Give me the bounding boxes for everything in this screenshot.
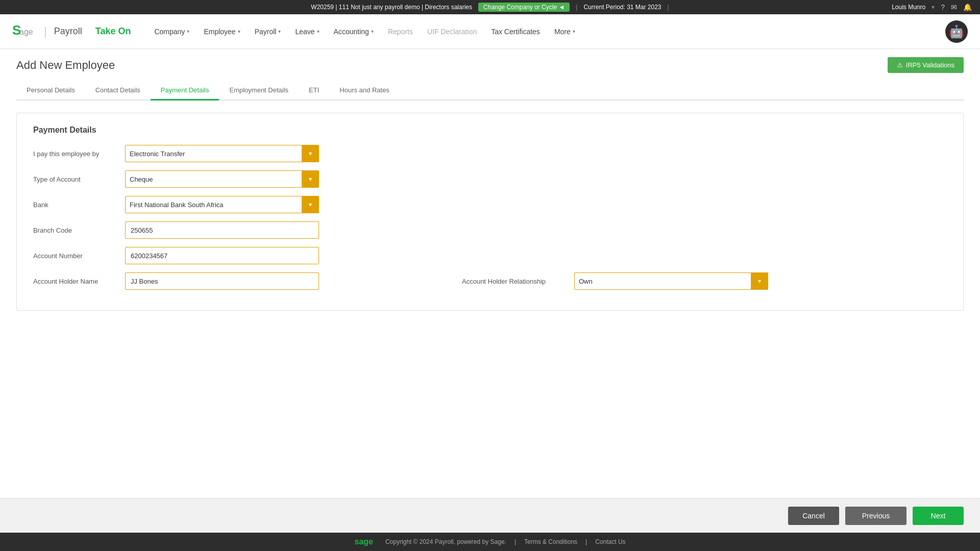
tab-hours-and-rates[interactable]: Hours and Rates	[329, 81, 400, 101]
irp5-validations-button[interactable]: ⚠ IRP5 Validations	[888, 57, 964, 73]
contact-us-link[interactable]: Contact Us	[595, 538, 625, 545]
current-period: Current Period: 31 Mar 2023	[583, 4, 661, 11]
nav-uif: UIF Declaration	[420, 23, 484, 40]
payment-method-label: I pay this employee by	[33, 150, 125, 158]
nav-right: 🤖	[945, 20, 968, 43]
tab-eti[interactable]: ETI	[299, 81, 329, 101]
help-icon[interactable]: ?	[941, 3, 945, 11]
nav-accounting[interactable]: Accounting ▾	[327, 23, 381, 40]
bell-icon[interactable]: 🔔	[963, 3, 972, 11]
tab-employment-details[interactable]: Employment Details	[219, 81, 299, 101]
bank-select-wrapper: First National Bank South Africa ABSA St…	[125, 196, 319, 213]
tab-personal-details[interactable]: Personal Details	[16, 81, 85, 101]
account-type-label: Type of Account	[33, 176, 125, 183]
bank-label: Bank	[33, 201, 125, 209]
page-header: Add New Employee ⚠ IRP5 Validations Pers…	[0, 49, 980, 101]
top-bar-right: Louis Munro ▾ ? ✉ 🔔	[892, 3, 972, 11]
nav-tax-certificates[interactable]: Tax Certificates	[484, 23, 547, 40]
next-button[interactable]: Next	[913, 507, 964, 525]
account-holder-name-label: Account Holder Name	[33, 278, 125, 285]
accounting-chevron-icon: ▾	[371, 29, 374, 34]
separator2: |	[668, 4, 669, 11]
payment-method-row: I pay this employee by Electronic Transf…	[33, 145, 947, 162]
bank-select[interactable]: First National Bank South Africa ABSA St…	[125, 196, 319, 213]
user-name[interactable]: Louis Munro	[892, 4, 925, 11]
cancel-button[interactable]: Cancel	[788, 507, 839, 525]
page-title-row: Add New Employee ⚠ IRP5 Validations	[16, 57, 964, 73]
footer-separator1: |	[514, 538, 516, 545]
form-section-title: Payment Details	[33, 126, 947, 135]
branch-code-row: Branch Code	[33, 221, 947, 239]
nav-company[interactable]: Company ▾	[147, 23, 197, 40]
account-number-input[interactable]	[125, 247, 319, 264]
top-bar: W20259 | 111 Not just any payroll demo |…	[0, 0, 980, 14]
account-holder-row: Account Holder Name Account Holder Relat…	[33, 272, 947, 290]
logo-section: S age | Payroll Take On	[12, 22, 131, 40]
employee-chevron-icon: ▾	[238, 29, 240, 34]
warning-icon: ⚠	[897, 61, 903, 69]
page-content: Add New Employee ⚠ IRP5 Validations Pers…	[0, 49, 980, 498]
account-type-select-wrapper: Cheque Savings Current ▾	[125, 170, 319, 188]
avatar-button[interactable]: 🤖	[945, 20, 968, 43]
bank-row: Bank First National Bank South Africa AB…	[33, 196, 947, 213]
more-chevron-icon: ▾	[573, 29, 575, 34]
nav-reports: Reports	[381, 23, 420, 40]
logo-takeon-text: Take On	[95, 26, 131, 37]
main-nav: Company ▾ Employee ▾ Payroll ▾ Leave ▾ A…	[147, 23, 945, 40]
terms-conditions-link[interactable]: Terms & Conditions	[524, 538, 577, 545]
top-bar-info: W20259 | 111 Not just any payroll demo |…	[311, 4, 472, 11]
leave-chevron-icon: ▾	[317, 29, 320, 34]
account-holder-relationship-select[interactable]: Own Spouse Child Other	[574, 272, 768, 290]
nav-more[interactable]: More ▾	[547, 23, 582, 40]
logo-payroll-text: Payroll	[54, 26, 82, 37]
company-chevron-icon: ▾	[187, 29, 189, 34]
nav-leave[interactable]: Leave ▾	[288, 23, 326, 40]
footer-copyright: Copyright © 2024 Payroll, powered by Sag…	[385, 538, 506, 545]
account-number-row: Account Number	[33, 247, 947, 264]
footer-separator2: |	[585, 538, 587, 545]
nav-bar: S age | Payroll Take On Company ▾ Employ…	[0, 14, 980, 49]
svg-text:age: age	[19, 28, 33, 36]
nav-payroll[interactable]: Payroll ▾	[248, 23, 288, 40]
previous-button[interactable]: Previous	[845, 507, 906, 525]
bottom-footer: sage Copyright © 2024 Payroll, powered b…	[0, 533, 980, 551]
change-company-button[interactable]: Change Company or Cycle ◄	[478, 3, 570, 12]
tab-payment-details[interactable]: Payment Details	[151, 81, 219, 101]
nav-employee[interactable]: Employee ▾	[197, 23, 247, 40]
account-holder-name-input[interactable]	[125, 272, 319, 290]
form-container: Payment Details I pay this employee by E…	[16, 113, 964, 311]
payment-method-select[interactable]: Electronic Transfer Cash Cheque	[125, 145, 319, 162]
branch-code-input[interactable]	[125, 221, 319, 239]
logo-sage: S age	[12, 22, 37, 40]
account-holder-relationship-label: Account Holder Relationship	[462, 278, 574, 285]
tab-contact-details[interactable]: Contact Details	[85, 81, 151, 101]
payment-method-select-wrapper: Electronic Transfer Cash Cheque ▾	[125, 145, 319, 162]
account-number-label: Account Number	[33, 252, 125, 260]
separator1: |	[576, 4, 577, 11]
logo-divider: |	[44, 25, 47, 38]
tabs: Personal Details Contact Details Payment…	[16, 81, 964, 101]
account-type-select[interactable]: Cheque Savings Current	[125, 170, 319, 188]
page-title: Add New Employee	[16, 59, 115, 72]
footer-bar: Cancel Previous Next	[0, 498, 980, 533]
robot-avatar-icon: 🤖	[949, 24, 964, 39]
form-section: Payment Details I pay this employee by E…	[0, 101, 980, 498]
account-type-row: Type of Account Cheque Savings Current ▾	[33, 170, 947, 188]
account-holder-relationship-select-wrapper: Own Spouse Child Other ▾	[574, 272, 768, 290]
branch-code-label: Branch Code	[33, 227, 125, 234]
payroll-chevron-icon: ▾	[278, 29, 281, 34]
mail-icon[interactable]: ✉	[951, 3, 957, 11]
footer-sage-logo: sage	[354, 537, 373, 546]
